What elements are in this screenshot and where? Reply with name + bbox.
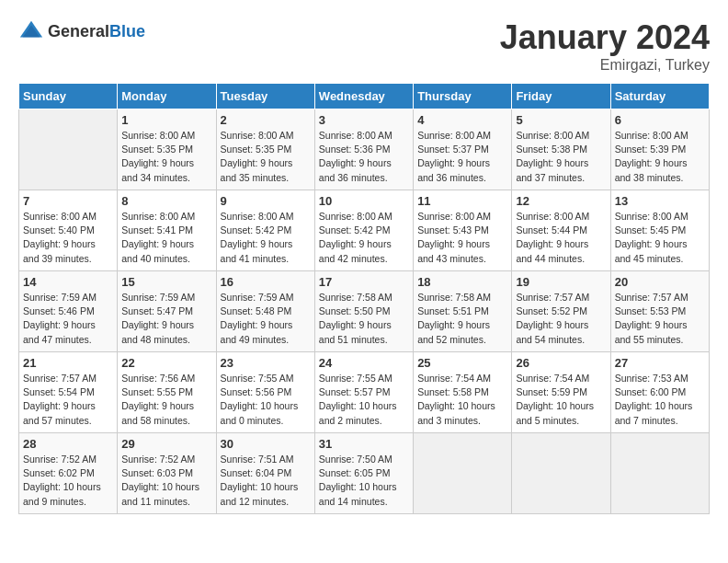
calendar-day-cell: 18Sunrise: 7:58 AMSunset: 5:51 PMDayligh… — [414, 271, 512, 352]
calendar-day-cell: 29Sunrise: 7:52 AMSunset: 6:03 PMDayligh… — [118, 433, 216, 514]
day-number: 5 — [516, 113, 606, 127]
day-number: 15 — [121, 275, 211, 289]
day-info: Sunrise: 7:55 AMSunset: 5:57 PMDaylight:… — [319, 372, 409, 428]
calendar-day-cell: 25Sunrise: 7:54 AMSunset: 5:58 PMDayligh… — [414, 352, 512, 433]
calendar-day-cell: 31Sunrise: 7:50 AMSunset: 6:05 PMDayligh… — [314, 433, 413, 514]
weekday-header-cell: Sunday — [19, 84, 118, 109]
day-info: Sunrise: 8:00 AMSunset: 5:35 PMDaylight:… — [121, 129, 211, 185]
calendar-week-row: 7Sunrise: 8:00 AMSunset: 5:40 PMDaylight… — [19, 190, 710, 271]
calendar-day-cell — [610, 433, 709, 514]
calendar-day-cell: 23Sunrise: 7:55 AMSunset: 5:56 PMDayligh… — [216, 352, 314, 433]
day-number: 11 — [417, 194, 507, 208]
day-number: 22 — [121, 356, 211, 370]
day-info: Sunrise: 7:51 AMSunset: 6:04 PMDaylight:… — [221, 453, 311, 509]
location-title: Emirgazi, Turkey — [500, 57, 710, 74]
calendar-day-cell: 27Sunrise: 7:53 AMSunset: 6:00 PMDayligh… — [610, 352, 709, 433]
title-block: January 2024 Emirgazi, Turkey — [500, 18, 710, 74]
day-number: 21 — [23, 356, 113, 370]
day-info: Sunrise: 7:54 AMSunset: 5:58 PMDaylight:… — [417, 372, 507, 428]
day-number: 7 — [23, 194, 113, 208]
calendar-day-cell: 3Sunrise: 8:00 AMSunset: 5:36 PMDaylight… — [314, 109, 413, 190]
weekday-header-cell: Saturday — [610, 84, 709, 109]
day-info: Sunrise: 8:00 AMSunset: 5:36 PMDaylight:… — [319, 129, 409, 185]
calendar-week-row: 1Sunrise: 8:00 AMSunset: 5:35 PMDaylight… — [19, 109, 710, 190]
day-number: 3 — [319, 113, 409, 127]
day-info: Sunrise: 8:00 AMSunset: 5:37 PMDaylight:… — [417, 129, 507, 185]
calendar-day-cell: 16Sunrise: 7:59 AMSunset: 5:48 PMDayligh… — [216, 271, 314, 352]
calendar-day-cell: 20Sunrise: 7:57 AMSunset: 5:53 PMDayligh… — [610, 271, 709, 352]
day-info: Sunrise: 7:59 AMSunset: 5:47 PMDaylight:… — [121, 291, 211, 347]
day-info: Sunrise: 7:57 AMSunset: 5:52 PMDaylight:… — [516, 291, 606, 347]
day-number: 23 — [221, 356, 311, 370]
weekday-header-cell: Friday — [512, 84, 610, 109]
day-info: Sunrise: 8:00 AMSunset: 5:38 PMDaylight:… — [516, 129, 606, 185]
day-info: Sunrise: 7:58 AMSunset: 5:51 PMDaylight:… — [417, 291, 507, 347]
calendar-day-cell: 28Sunrise: 7:52 AMSunset: 6:02 PMDayligh… — [19, 433, 118, 514]
day-number: 16 — [221, 275, 311, 289]
calendar-day-cell: 13Sunrise: 8:00 AMSunset: 5:45 PMDayligh… — [610, 190, 709, 271]
day-number: 20 — [615, 275, 705, 289]
calendar-day-cell: 12Sunrise: 8:00 AMSunset: 5:44 PMDayligh… — [512, 190, 610, 271]
day-number: 9 — [221, 194, 311, 208]
calendar-day-cell: 4Sunrise: 8:00 AMSunset: 5:37 PMDaylight… — [414, 109, 512, 190]
weekday-header-cell: Tuesday — [216, 84, 314, 109]
day-info: Sunrise: 8:00 AMSunset: 5:40 PMDaylight:… — [23, 210, 113, 266]
day-number: 17 — [319, 275, 409, 289]
day-info: Sunrise: 7:59 AMSunset: 5:48 PMDaylight:… — [221, 291, 311, 347]
calendar-day-cell: 1Sunrise: 8:00 AMSunset: 5:35 PMDaylight… — [118, 109, 216, 190]
calendar-day-cell: 5Sunrise: 8:00 AMSunset: 5:38 PMDaylight… — [512, 109, 610, 190]
day-info: Sunrise: 8:00 AMSunset: 5:44 PMDaylight:… — [516, 210, 606, 266]
calendar-day-cell: 24Sunrise: 7:55 AMSunset: 5:57 PMDayligh… — [314, 352, 413, 433]
day-info: Sunrise: 8:00 AMSunset: 5:39 PMDaylight:… — [615, 129, 705, 185]
logo-text-blue: Blue — [109, 22, 145, 40]
logo: GeneralBlue — [18, 18, 145, 44]
day-info: Sunrise: 7:56 AMSunset: 5:55 PMDaylight:… — [121, 372, 211, 428]
day-number: 26 — [516, 356, 606, 370]
day-info: Sunrise: 8:00 AMSunset: 5:43 PMDaylight:… — [417, 210, 507, 266]
calendar-day-cell: 8Sunrise: 8:00 AMSunset: 5:41 PMDaylight… — [118, 190, 216, 271]
logo-icon — [18, 18, 44, 44]
day-number: 24 — [319, 356, 409, 370]
calendar-day-cell: 15Sunrise: 7:59 AMSunset: 5:47 PMDayligh… — [118, 271, 216, 352]
calendar-week-row: 14Sunrise: 7:59 AMSunset: 5:46 PMDayligh… — [19, 271, 710, 352]
day-info: Sunrise: 7:52 AMSunset: 6:03 PMDaylight:… — [121, 453, 211, 509]
calendar-day-cell: 11Sunrise: 8:00 AMSunset: 5:43 PMDayligh… — [414, 190, 512, 271]
day-number: 19 — [516, 275, 606, 289]
day-number: 2 — [221, 113, 311, 127]
calendar-day-cell: 7Sunrise: 8:00 AMSunset: 5:40 PMDaylight… — [19, 190, 118, 271]
day-number: 29 — [121, 437, 211, 451]
calendar-day-cell: 14Sunrise: 7:59 AMSunset: 5:46 PMDayligh… — [19, 271, 118, 352]
calendar-day-cell — [19, 109, 118, 190]
day-number: 18 — [417, 275, 507, 289]
day-number: 6 — [615, 113, 705, 127]
day-number: 28 — [23, 437, 113, 451]
day-number: 1 — [121, 113, 211, 127]
page-header: GeneralBlue January 2024 Emirgazi, Turke… — [18, 18, 710, 74]
day-number: 31 — [319, 437, 409, 451]
calendar-day-cell: 30Sunrise: 7:51 AMSunset: 6:04 PMDayligh… — [216, 433, 314, 514]
day-info: Sunrise: 7:53 AMSunset: 6:00 PMDaylight:… — [615, 372, 705, 428]
day-info: Sunrise: 7:57 AMSunset: 5:53 PMDaylight:… — [615, 291, 705, 347]
calendar-day-cell — [512, 433, 610, 514]
day-number: 4 — [417, 113, 507, 127]
weekday-header-row: SundayMondayTuesdayWednesdayThursdayFrid… — [19, 84, 710, 109]
calendar-day-cell — [414, 433, 512, 514]
day-number: 10 — [319, 194, 409, 208]
calendar-day-cell: 22Sunrise: 7:56 AMSunset: 5:55 PMDayligh… — [118, 352, 216, 433]
calendar-day-cell: 6Sunrise: 8:00 AMSunset: 5:39 PMDaylight… — [610, 109, 709, 190]
day-info: Sunrise: 8:00 AMSunset: 5:45 PMDaylight:… — [615, 210, 705, 266]
calendar-table: SundayMondayTuesdayWednesdayThursdayFrid… — [18, 83, 710, 514]
calendar-day-cell: 10Sunrise: 8:00 AMSunset: 5:42 PMDayligh… — [314, 190, 413, 271]
day-number: 25 — [417, 356, 507, 370]
weekday-header-cell: Wednesday — [314, 84, 413, 109]
calendar-day-cell: 17Sunrise: 7:58 AMSunset: 5:50 PMDayligh… — [314, 271, 413, 352]
calendar-week-row: 28Sunrise: 7:52 AMSunset: 6:02 PMDayligh… — [19, 433, 710, 514]
calendar-body: 1Sunrise: 8:00 AMSunset: 5:35 PMDaylight… — [19, 109, 710, 514]
day-number: 8 — [121, 194, 211, 208]
weekday-header-cell: Thursday — [414, 84, 512, 109]
day-info: Sunrise: 8:00 AMSunset: 5:42 PMDaylight:… — [319, 210, 409, 266]
day-info: Sunrise: 7:50 AMSunset: 6:05 PMDaylight:… — [319, 453, 409, 509]
calendar-week-row: 21Sunrise: 7:57 AMSunset: 5:54 PMDayligh… — [19, 352, 710, 433]
day-number: 30 — [221, 437, 311, 451]
day-info: Sunrise: 8:00 AMSunset: 5:42 PMDaylight:… — [221, 210, 311, 266]
